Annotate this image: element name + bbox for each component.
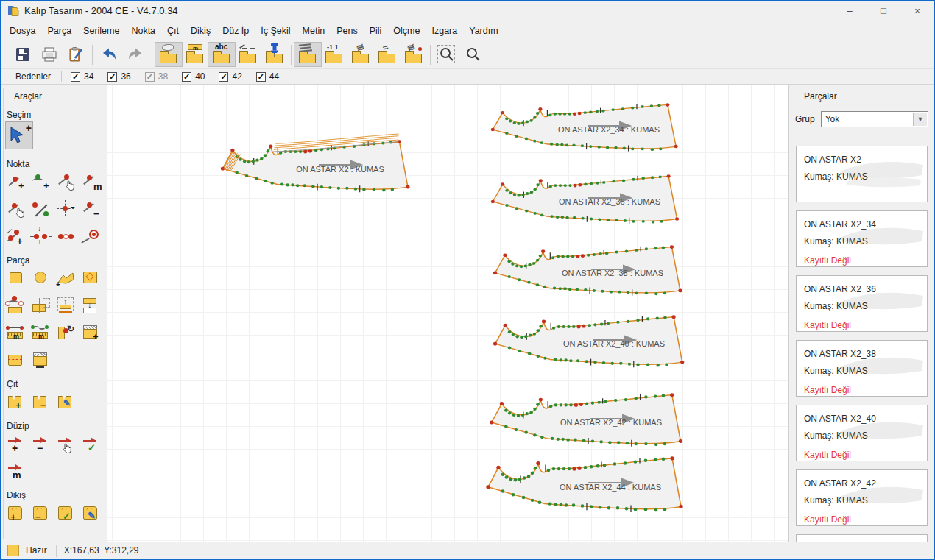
align-point-tool[interactable]: −	[55, 199, 78, 220]
fold-piece-tool[interactable]	[5, 350, 28, 371]
show-grade-rule-toggle[interactable]: -1 1	[321, 43, 347, 66]
drawing-canvas[interactable]: ON ASTAR X2 : KUMAS ON ASTAR X2_34 : KUM…	[107, 85, 788, 542]
piece-on-astar-x2-44[interactable]: ON ASTAR X2_44 : KUMAS	[486, 456, 682, 512]
minimize-button[interactable]: –	[833, 1, 867, 21]
remove-grainline-tool[interactable]: −	[30, 433, 53, 455]
part-card-on-astar-x2-38[interactable]: ON ASTAR X2_38 Kumaş: KUMAS Kayıtlı Deği…	[796, 340, 928, 397]
part-card-on-astar-x2-42[interactable]: ON ASTAR X2_42 Kumaş: KUMAS Kayıtlı Deği…	[796, 469, 928, 526]
curve-points-toggle[interactable]: ≋	[401, 43, 427, 66]
size-44-checkbox-item[interactable]: ✓ 44	[256, 71, 279, 82]
menu-duz-ip[interactable]: Düz İp	[216, 23, 255, 39]
show-piece-outline-toggle[interactable]	[155, 43, 182, 66]
undo-button[interactable]	[96, 43, 122, 66]
quality-curves-2-toggle[interactable]: ≈	[374, 43, 401, 66]
pin-pieces-toggle[interactable]	[261, 43, 288, 66]
piece-measure-toggle[interactable]: m	[182, 43, 208, 66]
checkbox-checked-icon[interactable]: ✓	[107, 72, 117, 82]
delete-point-tool[interactable]: −	[80, 199, 103, 220]
menu-cit[interactable]: Çıt	[161, 23, 185, 39]
menu-metin[interactable]: Metin	[297, 23, 331, 39]
plot-button[interactable]	[36, 43, 63, 66]
mark-point-tool[interactable]	[80, 226, 103, 247]
slide-point-tool[interactable]	[55, 171, 78, 193]
part-card-on-astar-x2-40[interactable]: ON ASTAR X2_40 Kumaş: KUMAS Kayıtlı Deği…	[796, 405, 928, 461]
part-card-on-astar-x2-34[interactable]: ON ASTAR X2_34 Kumaş: KUMAS Kayıtlı Deği…	[796, 210, 928, 267]
menu-nokta[interactable]: Nokta	[125, 23, 161, 39]
insert-point-between-tool[interactable]	[55, 226, 78, 247]
add-point-at-distance-tool[interactable]: +	[5, 226, 28, 247]
piece-on-astar-x2-34[interactable]: ON ASTAR X2_34 : KUMAS	[491, 103, 678, 151]
part-card-on-astar-x2[interactable]: ON ASTAR X2 Kumaş: KUMAS	[796, 146, 928, 202]
save-button[interactable]	[10, 43, 36, 66]
remove-seam-allowance-tool[interactable]	[30, 350, 53, 371]
group-select[interactable]: Yok ▼	[821, 111, 928, 127]
menu-pili[interactable]: Pili	[364, 23, 388, 39]
zoom-button[interactable]	[460, 43, 487, 66]
piece-on-astar-x2-40[interactable]: ON ASTAR X2_40 : KUMAS	[493, 315, 684, 367]
size-36-checkbox-item[interactable]: ✓ 36	[107, 71, 130, 82]
zoom-area-button[interactable]	[434, 43, 460, 66]
quality-curves-3-toggle[interactable]: ≋	[347, 43, 374, 66]
add-grainline-tool[interactable]: +	[5, 433, 28, 455]
size-42-checkbox-item[interactable]: ✓ 42	[219, 71, 241, 82]
piece-on-astar-x2-42[interactable]: ON ASTAR X2_42 : KUMAS	[490, 393, 682, 447]
menu-dosya[interactable]: Dosya	[4, 23, 41, 39]
menu-parca[interactable]: Parça	[41, 23, 77, 39]
maximize-button[interactable]: □	[867, 1, 900, 21]
checkbox-checked-icon[interactable]: ✓	[256, 72, 266, 82]
edit-notch-tool[interactable]: ✎	[55, 391, 78, 413]
piece-from-curve-tool[interactable]	[5, 295, 28, 316]
circle-piece-tool[interactable]	[30, 268, 53, 289]
part-card-on-astar-x2-36[interactable]: ON ASTAR X2_36 Kumaş: KUMAS Kayıtlı Deği…	[796, 275, 928, 332]
point-measure-tool[interactable]: m	[80, 171, 103, 193]
add-notch-tool[interactable]: +	[5, 391, 28, 413]
edit-seam-tool[interactable]: ✎	[80, 503, 103, 524]
polygon-piece-tool[interactable]: +	[55, 268, 78, 289]
checkbox-checked-icon[interactable]: ✓	[219, 72, 228, 82]
piece-on-astar-x2-38[interactable]: ON ASTAR X2_38 : KUMAS	[493, 245, 682, 296]
menu-yardim[interactable]: Yardım	[463, 23, 504, 39]
redo-button[interactable]	[122, 43, 149, 66]
remove-seam-tool[interactable]: −	[30, 503, 53, 524]
add-point-tool[interactable]: +	[5, 171, 28, 193]
piece-on-astar-x2[interactable]: ON ASTAR X2 : KUMAS	[221, 134, 410, 192]
grainline-measure-tool[interactable]: m	[5, 461, 28, 482]
menu-ic-sekil[interactable]: İç Şekil	[255, 23, 296, 39]
extract-piece-tool[interactable]: ↑	[55, 295, 78, 316]
rotate-piece-tool[interactable]: ↻	[55, 322, 78, 344]
menu-olcme[interactable]: Ölçme	[387, 23, 426, 39]
menu-izgara[interactable]: Izgara	[426, 23, 463, 39]
menu-pens[interactable]: Pens	[331, 23, 364, 39]
move-grainline-tool[interactable]	[55, 433, 78, 455]
part-card-partial[interactable]	[796, 534, 928, 542]
piece-on-astar-x2-36[interactable]: ON ASTAR X2_36 : KUMAS	[491, 174, 679, 224]
size-34-checkbox-item[interactable]: ✓ 34	[71, 71, 94, 82]
sizes-bar-grip[interactable]	[4, 71, 7, 82]
confirm-grainline-tool[interactable]: ✓	[80, 433, 103, 455]
dropdown-arrow-icon[interactable]: ▼	[913, 113, 927, 126]
remove-notch-tool[interactable]: −	[30, 391, 53, 413]
split-piece-tool[interactable]	[30, 295, 53, 316]
confirm-seam-tool[interactable]: ✓	[55, 503, 78, 524]
dashed-line-toggle[interactable]	[235, 43, 261, 66]
close-button[interactable]: ×	[900, 1, 934, 21]
combine-pieces-tool[interactable]: ↓	[80, 295, 103, 316]
toolbar-grip[interactable]	[4, 45, 7, 64]
checkbox-checked-icon[interactable]: ✓	[182, 72, 191, 82]
menu-serileme[interactable]: Serileme	[77, 23, 125, 39]
measure-line-tool[interactable]: m	[5, 322, 28, 344]
show-labels-toggle[interactable]: abc	[208, 43, 235, 66]
menu-dikis[interactable]: Dikiş	[185, 23, 216, 39]
inner-shape-piece-tool[interactable]	[80, 268, 103, 289]
add-point-on-curve-tool[interactable]: +	[30, 171, 53, 193]
edit-clipboard-button[interactable]	[63, 43, 89, 66]
size-40-checkbox-item[interactable]: ✓ 40	[182, 71, 205, 82]
select-move-tool[interactable]: +	[6, 122, 32, 149]
measure-curve-tool[interactable]: m	[30, 322, 53, 344]
merge-points-tool[interactable]: ↓↑	[30, 226, 53, 247]
checkbox-checked-icon[interactable]: ✓	[71, 72, 80, 82]
add-seam-tool[interactable]: +	[5, 503, 28, 524]
add-seam-allowance-tool[interactable]: +	[80, 322, 103, 344]
toggle-point-type-tool[interactable]	[30, 199, 53, 220]
rect-piece-tool[interactable]	[5, 268, 28, 289]
